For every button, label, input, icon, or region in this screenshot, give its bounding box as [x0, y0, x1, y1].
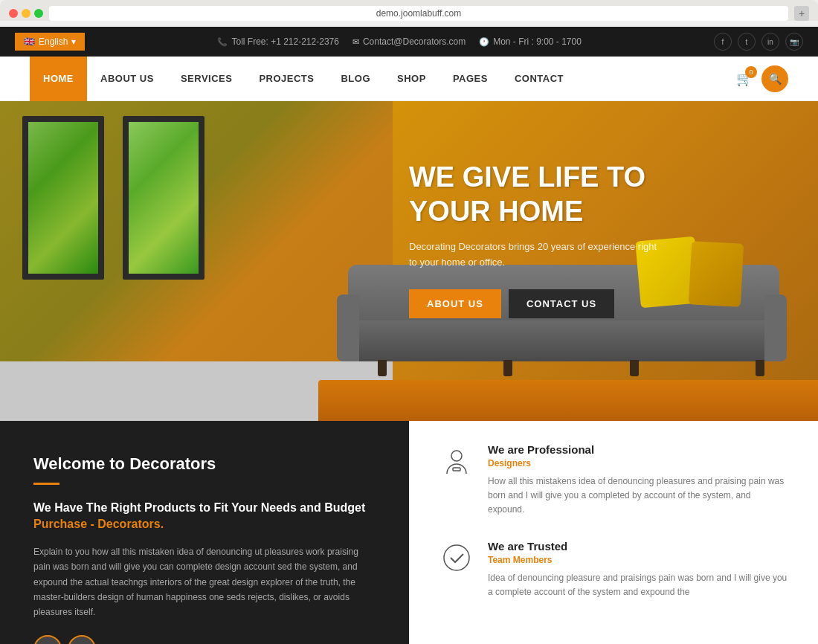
sofa-legs — [378, 360, 764, 376]
linkedin-icon[interactable]: in — [761, 33, 779, 51]
address-bar[interactable]: demo.joomlabuff.com — [49, 6, 788, 21]
chevron-down-icon: ▾ — [71, 36, 76, 47]
hero-title: WE GIVE LIFE TO YOUR HOME — [409, 161, 796, 228]
phone-icon: 📞 — [217, 37, 228, 47]
window-controls — [9, 9, 43, 18]
hero-room-left — [0, 101, 393, 421]
svg-rect-1 — [453, 468, 460, 471]
nav-item-contact[interactable]: CONTACT — [501, 57, 577, 101]
maximize-icon[interactable] — [34, 9, 43, 18]
hours-info: 🕐 Mon - Fri : 9:00 - 1700 — [479, 36, 582, 47]
email-text: Contact@Decorators.com — [363, 36, 466, 47]
nav-actions: 🛒 0 🔍 — [736, 65, 788, 92]
sofa-arm-left — [337, 294, 359, 361]
welcome-right-panel: We are Professional Designers How all th… — [409, 421, 818, 644]
svg-point-2 — [444, 545, 469, 570]
hours-text: Mon - Fri : 9:00 - 1700 — [493, 36, 582, 47]
navigation: HOME ABOUT US SERVICES PROJECTS BLOG SHO… — [0, 57, 818, 101]
feature-trusted: We are Trusted Team Members Idea of deno… — [439, 540, 788, 599]
feature-professional-subtitle: Designers — [488, 458, 788, 468]
social-links: f t in 📷 — [714, 33, 803, 51]
svg-point-0 — [451, 451, 462, 461]
facebook-icon[interactable]: f — [714, 33, 732, 51]
hero-content: WE GIVE LIFE TO YOUR HOME Decorating Dec… — [409, 161, 796, 318]
window-right — [123, 116, 204, 280]
browser-window: demo.joomlabuff.com + 🇬🇧 English ▾ 📞 Tol… — [0, 0, 818, 644]
feature-trusted-desc: Idea of denouncing pleasure and praising… — [488, 571, 788, 599]
about-us-button[interactable]: ABOUT US — [409, 289, 501, 318]
sofa-seat — [355, 321, 772, 361]
language-selector[interactable]: 🇬🇧 English ▾ — [15, 33, 85, 51]
close-icon[interactable] — [9, 9, 18, 18]
feature-professional-text: We are Professional Designers How all th… — [488, 443, 788, 518]
top-info: 📞 Toll Free: +1 212-212-2376 ✉ Contact@D… — [217, 36, 581, 47]
top-bar: 🇬🇧 English ▾ 📞 Toll Free: +1 212-212-237… — [0, 27, 818, 57]
hero-section: WE GIVE LIFE TO YOUR HOME Decorating Dec… — [0, 101, 818, 421]
feature-trusted-text: We are Trusted Team Members Idea of deno… — [488, 540, 788, 599]
clock-icon: 🕐 — [479, 37, 489, 47]
feature-trusted-subtitle: Team Members — [488, 555, 788, 565]
welcome-title: Welcome to Decorators — [33, 454, 376, 474]
nav-item-services[interactable]: SERVICES — [167, 57, 246, 101]
avatar-2 — [68, 635, 96, 644]
feature-professional-desc: How all this mistakens idea of denouncin… — [488, 474, 788, 518]
hero-buttons: ABOUT US CONTACT US — [409, 289, 796, 318]
cart-badge: 0 — [745, 66, 757, 78]
feature-professional-title: We are Professional — [488, 443, 788, 456]
nav-item-about[interactable]: ABOUT US — [87, 57, 167, 101]
avatar-1 — [33, 635, 62, 644]
email-info: ✉ Contact@Decorators.com — [352, 36, 466, 47]
nav-item-blog[interactable]: BLOG — [327, 57, 384, 101]
rug — [318, 380, 818, 421]
language-label: English — [39, 36, 68, 47]
search-button[interactable]: 🔍 — [761, 65, 788, 92]
welcome-left-panel: Welcome to Decorators We Have The Right … — [0, 421, 409, 644]
email-icon: ✉ — [352, 37, 359, 47]
welcome-link[interactable]: Purchase - Decorators. — [33, 518, 164, 530]
welcome-section: Welcome to Decorators We Have The Right … — [0, 421, 818, 644]
welcome-body: Explain to you how all this mistaken ide… — [33, 544, 376, 620]
welcome-subtitle: We Have The Right Products to Fit Your N… — [33, 500, 376, 533]
contact-us-button[interactable]: CONTACT US — [509, 289, 614, 318]
instagram-icon[interactable]: 📷 — [785, 33, 803, 51]
twitter-icon[interactable]: t — [738, 33, 756, 51]
hero-subtitle: Decorating Decorators brings 20 years of… — [409, 239, 662, 271]
welcome-divider — [33, 483, 59, 485]
new-tab-button[interactable]: + — [794, 6, 809, 21]
cart-button[interactable]: 🛒 0 — [736, 71, 753, 87]
trusted-icon — [439, 540, 474, 576]
nav-item-shop[interactable]: SHOP — [384, 57, 439, 101]
professional-icon — [439, 443, 474, 479]
nav-item-projects[interactable]: PROJECTS — [245, 57, 327, 101]
feature-professional: We are Professional Designers How all th… — [439, 443, 788, 518]
window-left — [22, 116, 104, 280]
nav-item-home[interactable]: HOME — [30, 57, 87, 101]
nav-item-pages[interactable]: PAGES — [439, 57, 501, 101]
phone-text: Toll Free: +1 212-212-2376 — [231, 36, 338, 47]
phone-info: 📞 Toll Free: +1 212-212-2376 — [217, 36, 338, 47]
flag-icon: 🇬🇧 — [24, 36, 35, 47]
feature-trusted-title: We are Trusted — [488, 540, 788, 553]
nav-links: HOME ABOUT US SERVICES PROJECTS BLOG SHO… — [30, 57, 577, 101]
avatar-row — [33, 635, 376, 644]
minimize-icon[interactable] — [22, 9, 30, 18]
